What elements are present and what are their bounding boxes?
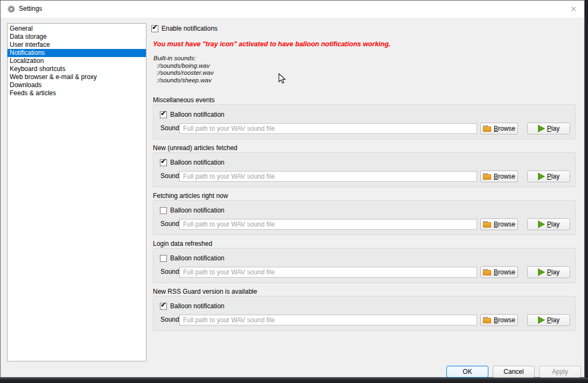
section-title: Miscellaneous events [153, 96, 576, 104]
play-icon [538, 268, 545, 276]
builtin-sound-path: :/sounds/boing.wav [153, 62, 214, 70]
folder-icon [483, 317, 492, 324]
check-icon: ✔ [160, 110, 166, 117]
apply-button[interactable]: Apply [539, 366, 581, 378]
checkbox-box[interactable]: ✔ [160, 207, 167, 214]
sidebar-item-web-browser[interactable]: Web browser & e-mail & proxy [8, 73, 146, 81]
balloon-notification-label: Balloon notification [170, 159, 225, 166]
balloon-notification-checkbox[interactable]: ✔ Balloon notification [160, 254, 225, 263]
folder-icon [483, 173, 492, 180]
section-fetching-articles-now: Fetching articles right now ✔ Balloon no… [153, 192, 576, 235]
titlebar: Settings ✕ [1, 1, 584, 18]
desktop-edge-bottom [0, 378, 588, 383]
ok-button[interactable]: OK [446, 366, 488, 378]
play-icon [538, 316, 545, 324]
section-groupbox: ✔ Balloon notification Sound Browse Play [153, 248, 576, 283]
check-icon: ✔ [152, 24, 158, 31]
enable-notifications-checkbox[interactable]: ✔ Enable notifications [151, 24, 218, 33]
sidebar-item-user-interface[interactable]: User interface [8, 41, 146, 49]
sidebar-item-data-storage[interactable]: Data storage [8, 33, 146, 41]
sidebar-item-notifications[interactable]: Notifications [8, 49, 146, 57]
play-button-label: Play [547, 316, 559, 324]
section-title: New (unread) articles fetched [153, 144, 576, 152]
play-icon [538, 221, 545, 228]
checkbox-box[interactable]: ✔ [160, 111, 167, 118]
play-button-label: Play [547, 125, 559, 132]
section-title: Fetching articles right now [153, 192, 576, 200]
browse-button[interactable]: Browse [480, 266, 518, 278]
sound-path-input[interactable] [179, 171, 477, 182]
browse-button[interactable]: Browse [480, 171, 518, 182]
balloon-notification-checkbox[interactable]: ✔ Balloon notification [160, 206, 225, 215]
play-button[interactable]: Play [527, 266, 570, 278]
balloon-notification-label: Balloon notification [170, 111, 225, 118]
play-button[interactable]: Play [527, 171, 570, 182]
play-button-label: Play [547, 268, 559, 276]
balloon-notification-label: Balloon notification [170, 207, 225, 214]
section-miscellaneous-events: Miscellaneous events ✔ Balloon notificat… [153, 96, 576, 139]
balloon-notification-label: Balloon notification [170, 302, 225, 310]
check-icon: ✔ [160, 158, 166, 165]
sound-label: Sound [160, 314, 179, 325]
browse-button-label: Browse [494, 268, 515, 276]
balloon-notification-checkbox[interactable]: ✔ Balloon notification [160, 302, 225, 310]
play-button[interactable]: Play [527, 123, 570, 134]
play-button[interactable]: Play [527, 314, 570, 326]
folder-icon [483, 269, 492, 276]
play-button[interactable]: Play [527, 218, 570, 230]
sound-path-input[interactable] [179, 315, 477, 325]
section-login-data-refreshed: Login data refreshed ✔ Balloon notificat… [153, 240, 576, 283]
desktop-edge-right [585, 0, 588, 383]
folder-icon [483, 221, 492, 228]
section-groupbox: ✔ Balloon notification Sound Browse Play [153, 200, 576, 235]
window-title: Settings [19, 5, 42, 12]
section-groupbox: ✔ Balloon notification Sound Browse Play [153, 104, 576, 139]
sound-path-input[interactable] [179, 267, 477, 278]
checkbox-box[interactable]: ✔ [160, 255, 167, 262]
check-icon: ✔ [160, 301, 166, 309]
folder-icon [483, 125, 492, 132]
sound-label: Sound [160, 266, 179, 278]
checkbox-box[interactable]: ✔ [151, 25, 158, 32]
balloon-notification-label: Balloon notification [170, 254, 225, 262]
sidebar-item-feeds-articles[interactable]: Feeds & articles [8, 89, 146, 97]
browse-button[interactable]: Browse [480, 314, 518, 326]
browse-button-label: Browse [494, 316, 515, 324]
enable-notifications-label: Enable notifications [162, 25, 218, 32]
sound-label: Sound [160, 122, 179, 134]
section-groupbox: ✔ Balloon notification Sound Browse Play [153, 296, 576, 331]
sidebar-item-localization[interactable]: Localization [8, 57, 146, 65]
browse-button-label: Browse [494, 125, 515, 132]
builtin-sounds-info: Built-in sounds: :/sounds/boing.wav :/so… [153, 55, 214, 84]
settings-app-icon [8, 5, 15, 13]
sidebar-item-general[interactable]: General [8, 25, 146, 33]
section-groupbox: ✔ Balloon notification Sound Browse Play [153, 152, 576, 187]
section-new-version-available: New RSS Guard version is available ✔ Bal… [153, 288, 576, 331]
mouse-cursor [278, 73, 286, 84]
checkbox-box[interactable]: ✔ [160, 159, 167, 166]
section-title: New RSS Guard version is available [153, 288, 576, 296]
browse-button[interactable]: Browse [480, 218, 518, 230]
sound-label: Sound [160, 170, 179, 182]
balloon-notification-checkbox[interactable]: ✔ Balloon notification [160, 158, 225, 167]
sound-label: Sound [160, 218, 179, 230]
play-icon [538, 173, 545, 180]
play-icon [538, 125, 545, 132]
section-new-articles-fetched: New (unread) articles fetched ✔ Balloon … [153, 144, 576, 187]
cancel-button[interactable]: Cancel [493, 366, 535, 378]
browse-button-label: Browse [494, 173, 515, 180]
section-title: Login data refreshed [153, 240, 576, 248]
tray-icon-warning-text: You must have "tray icon" activated to h… [153, 40, 390, 48]
play-button-label: Play [547, 221, 559, 228]
balloon-notification-checkbox[interactable]: ✔ Balloon notification [160, 110, 225, 119]
close-icon[interactable]: ✕ [567, 3, 580, 16]
sidebar-item-downloads[interactable]: Downloads [8, 81, 146, 89]
play-button-label: Play [547, 173, 559, 180]
browse-button[interactable]: Browse [480, 123, 518, 134]
sidebar-item-keyboard-shortcuts[interactable]: Keyboard shortcuts [8, 65, 146, 73]
sound-path-input[interactable] [179, 219, 477, 230]
checkbox-box[interactable]: ✔ [160, 303, 167, 310]
sound-path-input[interactable] [179, 123, 477, 134]
builtin-sounds-heading: Built-in sounds: [153, 55, 214, 62]
settings-category-list: General Data storage User interface Noti… [7, 23, 146, 361]
